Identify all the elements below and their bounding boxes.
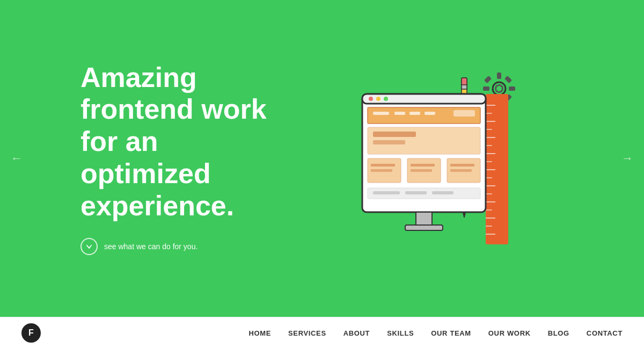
nav-link-our-team[interactable]: OUR TEAM	[431, 329, 471, 337]
svg-rect-17	[486, 145, 492, 146]
svg-rect-41	[394, 112, 405, 115]
svg-rect-6	[504, 76, 512, 83]
svg-rect-25	[486, 209, 492, 211]
svg-rect-20	[486, 169, 495, 170]
nav-link-blog[interactable]: BLOG	[548, 329, 569, 337]
nav-item-blog: BLOG	[548, 328, 569, 338]
svg-rect-51	[371, 164, 395, 166]
svg-rect-52	[371, 169, 392, 172]
svg-rect-1	[497, 73, 501, 79]
nav-link-home[interactable]: HOME	[248, 329, 271, 337]
nav-link-contact[interactable]: CONTACT	[587, 329, 623, 337]
cta-text: see what we can do for you.	[104, 242, 197, 251]
illustration-svg	[352, 62, 534, 255]
svg-rect-40	[373, 112, 389, 115]
svg-rect-13	[486, 113, 492, 114]
svg-rect-28	[486, 234, 495, 235]
nav-item-services: SERVICES	[288, 328, 326, 338]
svg-rect-33	[462, 85, 467, 89]
nav-links: HOMESERVICESABOUTSKILLSOUR TEAMOUR WORKB…	[248, 328, 623, 338]
logo: F	[21, 323, 41, 343]
svg-rect-16	[486, 137, 495, 138]
svg-rect-21	[486, 177, 492, 178]
svg-rect-26	[486, 218, 495, 219]
nav-item-skills: SKILLS	[387, 328, 414, 338]
svg-rect-55	[450, 164, 474, 166]
svg-rect-27	[486, 226, 492, 227]
bottom-navbar: F HOMESERVICESABOUTSKILLSOUR TEAMOUR WOR…	[0, 317, 644, 348]
svg-rect-42	[409, 112, 420, 115]
svg-point-38	[384, 97, 388, 101]
nav-link-our-work[interactable]: OUR WORK	[488, 329, 531, 337]
svg-rect-61	[416, 212, 432, 226]
svg-rect-22	[486, 185, 495, 186]
svg-rect-43	[425, 112, 435, 115]
svg-rect-58	[373, 191, 400, 194]
svg-rect-23	[486, 193, 492, 194]
svg-rect-14	[486, 121, 495, 122]
nav-item-our-team: OUR TEAM	[431, 328, 471, 338]
svg-rect-35	[362, 94, 486, 104]
hero-illustration	[322, 62, 564, 255]
svg-rect-60	[432, 191, 453, 194]
svg-rect-56	[450, 169, 472, 172]
svg-rect-5	[484, 76, 492, 83]
nav-item-home: HOME	[248, 328, 271, 338]
svg-rect-15	[486, 129, 492, 130]
nav-item-about: ABOUT	[343, 328, 370, 338]
nav-item-contact: CONTACT	[587, 328, 623, 338]
svg-rect-62	[405, 225, 443, 230]
svg-rect-3	[483, 86, 489, 91]
nav-item-our-work: OUR WORK	[488, 328, 531, 338]
svg-rect-18	[486, 153, 495, 154]
svg-rect-54	[411, 169, 432, 172]
svg-rect-19	[486, 161, 492, 162]
hero-content: Amazing frontend work for an optimized e…	[80, 62, 564, 256]
hero-title: Amazing frontend work for an optimized e…	[80, 62, 295, 222]
svg-rect-46	[373, 132, 416, 137]
svg-point-10	[496, 86, 502, 91]
hero-text: Amazing frontend work for an optimized e…	[80, 62, 322, 256]
nav-link-services[interactable]: SERVICES	[288, 329, 326, 337]
svg-point-36	[369, 97, 373, 101]
hero-cta[interactable]: see what we can do for you.	[80, 238, 322, 255]
svg-rect-59	[405, 191, 427, 194]
svg-rect-24	[486, 201, 495, 202]
next-arrow[interactable]: →	[621, 151, 633, 165]
svg-rect-12	[486, 105, 495, 106]
svg-rect-47	[373, 140, 405, 144]
prev-arrow[interactable]: ←	[11, 151, 23, 165]
download-circle-icon	[80, 238, 98, 255]
svg-rect-44	[453, 110, 475, 117]
svg-rect-4	[509, 86, 515, 91]
svg-rect-53	[411, 164, 435, 166]
nav-link-skills[interactable]: SKILLS	[387, 329, 414, 337]
svg-point-37	[376, 97, 380, 101]
nav-link-about[interactable]: ABOUT	[343, 329, 370, 337]
hero-section: ← Amazing frontend work for an optimized…	[0, 0, 644, 317]
